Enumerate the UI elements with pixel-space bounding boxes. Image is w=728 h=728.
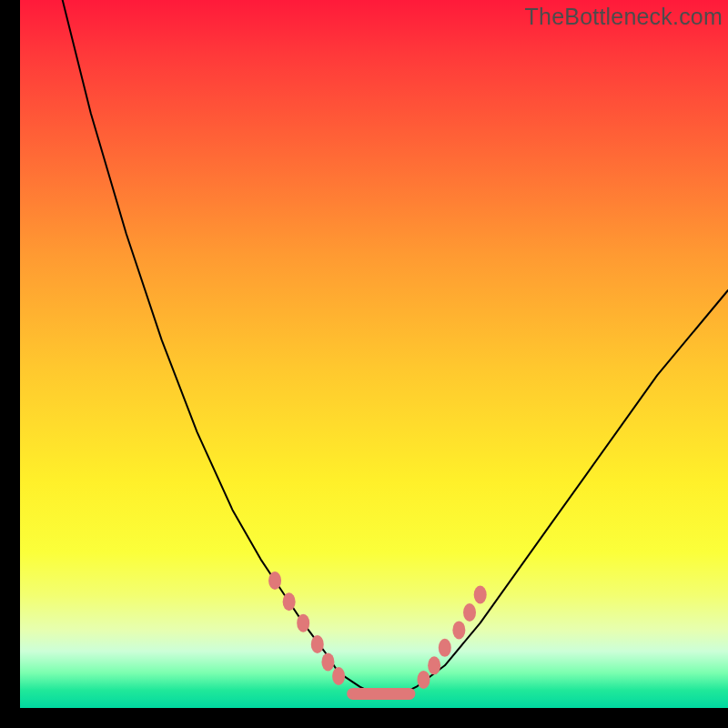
highlight-dot [463,603,476,622]
highlight-dot [417,671,430,689]
highlight-dot [297,614,309,632]
curve-line [63,0,728,693]
bottleneck-curve [20,0,728,708]
highlight-dot [321,652,334,671]
highlight-dot [268,571,281,590]
chart-frame: TheBottleneck.com [20,0,728,708]
highlight-dot [283,592,296,611]
highlight-dot [428,656,440,674]
highlight-dot [311,635,324,653]
highlight-dot [332,667,345,685]
highlight-dot [452,621,465,639]
highlight-dot [474,586,487,604]
highlight-dot [439,639,451,657]
highlight-dots-right [417,586,486,689]
